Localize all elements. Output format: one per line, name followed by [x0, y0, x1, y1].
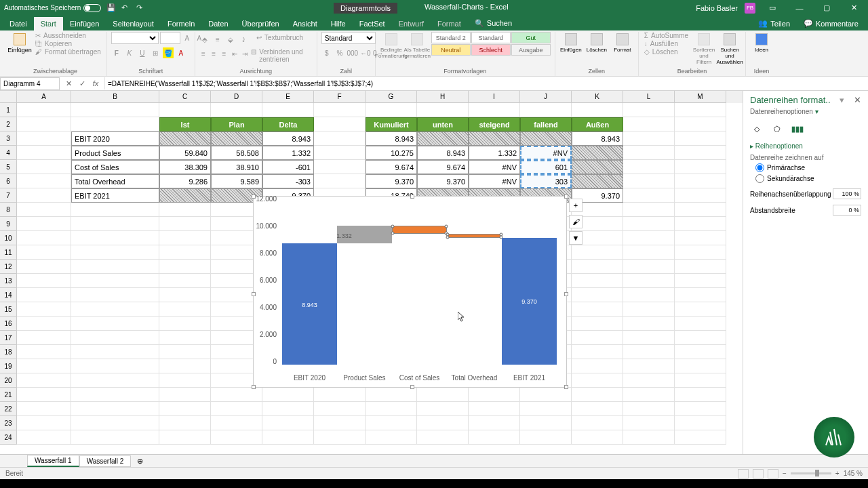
bold-button[interactable]: F [111, 47, 122, 58]
cut-button[interactable]: ✂Ausschneiden [34, 32, 102, 39]
select-all-corner[interactable] [0, 91, 17, 103]
tab-datei[interactable]: Datei [3, 17, 34, 30]
fill-line-icon[interactable]: ◇ [750, 122, 764, 136]
format-cells-button[interactable]: Format [611, 32, 634, 54]
align-right-icon[interactable]: ≡ [220, 48, 228, 59]
maximize-icon[interactable]: ▢ [816, 1, 837, 15]
zoom-level[interactable]: 145 % [844, 470, 863, 477]
page-break-view-icon[interactable] [768, 469, 778, 479]
overlap-input[interactable] [833, 188, 861, 199]
name-box[interactable]: Diagramm 4 [0, 77, 60, 90]
confirm-formula-icon[interactable]: ✓ [76, 77, 88, 89]
series-options-header[interactable]: ▸ Reihenoptionen [750, 142, 861, 150]
paste-button[interactable]: Einfügen [8, 32, 31, 55]
minimize-icon[interactable]: — [789, 1, 810, 15]
chart-x-axis[interactable]: EBIT 2020Product SalesCost of SalesTotal… [282, 374, 557, 382]
zoom-slider[interactable] [791, 472, 831, 474]
fx-icon[interactable]: fx [90, 77, 102, 89]
underline-button[interactable]: U [137, 47, 148, 58]
tab-ansicht[interactable]: Ansicht [286, 17, 324, 30]
number-format-select[interactable]: Standard [321, 32, 376, 44]
chart-y-axis[interactable]: 02.0004.0006.0008.00010.00012.000 [254, 202, 279, 365]
close-icon[interactable]: ✕ [844, 1, 864, 15]
clear-button[interactable]: ◇Löschen [643, 48, 690, 56]
add-sheet-button[interactable]: ⊕ [134, 455, 146, 467]
tab-seitenlayout[interactable]: Seitenlayout [106, 17, 161, 30]
autosum-button[interactable]: ΣAutoSumme [643, 32, 690, 39]
formula-input[interactable]: =DATENREIHE('Wasserfall 1'!$J$2;'Wasserf… [104, 77, 868, 89]
ribbon-options-icon[interactable]: ▭ [762, 1, 783, 15]
grow-font-icon[interactable]: A [182, 33, 193, 43]
sheet-tab-2[interactable]: Wasserfall 2 [79, 455, 132, 467]
user-avatar[interactable]: FB [745, 3, 755, 14]
redo-icon[interactable]: ↷ [136, 3, 146, 13]
zoom-out-icon[interactable]: − [783, 470, 787, 477]
align-top-icon[interactable]: ⬘ [199, 34, 210, 45]
copy-button[interactable]: ⿻Kopieren [34, 40, 102, 47]
tab-hilfe[interactable]: Hilfe [324, 17, 353, 30]
chart-plot-area[interactable]: 8.9431.3329.370 [282, 202, 557, 365]
page-layout-view-icon[interactable] [753, 469, 764, 479]
cell-styles-gallery[interactable]: Standard 2 Standard Gut Neutral Schlecht… [431, 32, 551, 56]
chart-filter-icon[interactable]: ▼ [569, 231, 583, 245]
ideas-button[interactable]: Ideen [750, 32, 773, 54]
sheet-tab-1[interactable]: Wasserfall 1 [27, 455, 79, 467]
chart-object[interactable]: + 🖌 ▼ 02.0004.0006.0008.00010.00012.000 … [253, 196, 567, 388]
thousands-icon[interactable]: 000 [347, 47, 358, 58]
align-mid-icon[interactable]: ≡ [212, 34, 223, 45]
indent-inc-icon[interactable]: ⇥ [241, 48, 249, 59]
align-center-icon[interactable]: ≡ [210, 48, 218, 59]
auto-save-toggle[interactable]: Automatisches Speichern [4, 4, 101, 12]
search-box[interactable]: 🔍Suchen [468, 16, 519, 30]
cond-format-button[interactable]: Bedingte Formatierung [380, 32, 403, 60]
undo-icon[interactable]: ↶ [121, 3, 131, 13]
tab-format[interactable]: Format [431, 17, 468, 30]
italic-button[interactable]: K [124, 47, 135, 58]
save-icon[interactable]: 💾 [106, 3, 116, 13]
row-headers[interactable]: 123456789101112131415161718192021222324 [0, 103, 17, 445]
fill-color-button[interactable]: 🪣 [163, 47, 174, 58]
font-select[interactable] [111, 32, 159, 44]
format-table-button[interactable]: Als Tabelle formatieren [406, 32, 429, 60]
effects-icon[interactable]: ⬠ [770, 122, 784, 136]
insert-cells-button[interactable]: Einfügen [559, 32, 583, 54]
chart-add-element-icon[interactable]: + [569, 199, 583, 212]
tab-formeln[interactable]: Formeln [161, 17, 201, 30]
tab-ueberpruefen[interactable]: Überprüfen [235, 17, 286, 30]
normal-view-icon[interactable] [738, 469, 749, 479]
cancel-formula-icon[interactable]: ✕ [62, 77, 75, 89]
primary-axis-radio[interactable]: Primärachse [755, 163, 861, 172]
border-button[interactable]: ⊞ [150, 47, 161, 58]
align-left-icon[interactable]: ≡ [199, 48, 208, 59]
percent-icon[interactable]: % [334, 47, 345, 58]
tab-entwurf[interactable]: Entwurf [392, 17, 431, 30]
comments-button[interactable]: 💬Kommentare [797, 16, 865, 30]
sort-filter-button[interactable]: Sortieren und Filtern [692, 32, 715, 66]
dropdown-icon[interactable]: ▾ [840, 95, 844, 105]
share-button[interactable]: 👥Teilen [751, 16, 797, 30]
format-pane-subtitle[interactable]: Datenreihenoptionen ▾ [750, 108, 861, 115]
chart-styles-icon[interactable]: 🖌 [569, 215, 583, 228]
fill-button[interactable]: ↓Ausfüllen [643, 40, 690, 47]
gap-input[interactable] [833, 205, 861, 216]
tab-factset[interactable]: FactSet [353, 17, 392, 30]
currency-icon[interactable]: $ [321, 47, 332, 58]
series-options-icon[interactable]: ▮▮▮ [791, 122, 804, 136]
delete-cells-button[interactable]: Löschen [585, 32, 608, 54]
indent-dec-icon[interactable]: ⇤ [231, 48, 239, 59]
close-pane-icon[interactable]: ✕ [854, 95, 861, 105]
font-color-button[interactable]: A [176, 47, 186, 58]
find-select-button[interactable]: Suchen und Auswählen [718, 32, 741, 66]
format-painter-button[interactable]: 🖌Format übertragen [34, 48, 102, 56]
tab-daten[interactable]: Daten [201, 17, 235, 30]
user-name[interactable]: Fabio Basler [696, 4, 738, 12]
align-bot-icon[interactable]: ⬙ [225, 34, 236, 45]
dec-inc-icon[interactable]: ←0 [360, 47, 371, 58]
orientation-icon[interactable]: ⤸ [238, 34, 249, 45]
secondary-axis-radio[interactable]: Sekundärachse [755, 174, 861, 183]
tab-start[interactable]: Start [34, 17, 63, 30]
tab-einfuegen[interactable]: Einfügen [63, 17, 106, 30]
zoom-in-icon[interactable]: + [835, 470, 840, 477]
font-size-input[interactable] [160, 32, 180, 44]
column-headers[interactable]: ABCDEFGHIJKLM [0, 91, 743, 103]
